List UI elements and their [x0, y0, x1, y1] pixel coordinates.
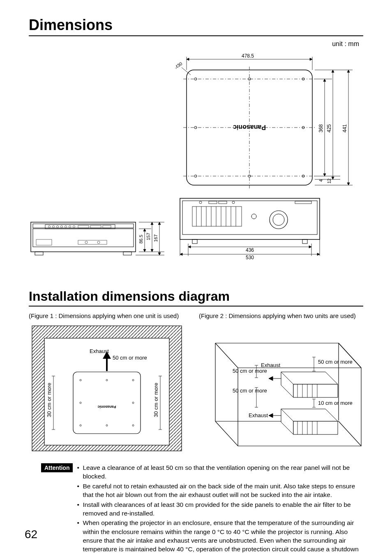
svg-rect-18	[35, 252, 43, 255]
dim-441: 441	[342, 124, 348, 132]
svg-marker-64	[347, 70, 350, 72]
svg-point-17	[97, 241, 100, 244]
attention-list: •Leave a clearance of at least 50 cm so …	[77, 463, 363, 555]
svg-point-85	[251, 214, 256, 219]
svg-point-10	[73, 226, 75, 228]
fig2-exh2: Exhaust	[249, 412, 268, 418]
svg-rect-86	[192, 239, 197, 244]
svg-rect-0	[31, 222, 136, 252]
svg-marker-59	[323, 174, 326, 176]
dim-4: 4	[318, 179, 323, 182]
attn-item: When operating the projector in an enclo…	[83, 518, 363, 555]
fig1-50cm: 50 cm or more	[113, 355, 147, 361]
svg-point-4	[48, 226, 51, 228]
svg-marker-28	[143, 249, 146, 252]
svg-marker-65	[347, 183, 350, 185]
svg-marker-32	[158, 253, 161, 255]
svg-rect-12	[90, 225, 101, 228]
svg-line-124	[339, 421, 361, 446]
fig1-caption: (Figure 1 : Dimensions applying when one…	[29, 312, 187, 319]
svg-marker-145	[269, 376, 273, 381]
svg-marker-138	[293, 421, 338, 434]
dim-425: 425	[326, 124, 332, 132]
svg-marker-91	[188, 246, 191, 248]
svg-point-16	[85, 241, 88, 244]
attn-item: Be careful not to retain exhausted air o…	[83, 482, 363, 499]
page-title: Dimensions	[29, 16, 363, 34]
svg-rect-14	[36, 239, 52, 245]
svg-marker-147	[269, 413, 273, 418]
dim-r30: R30	[176, 61, 183, 70]
svg-rect-2	[33, 229, 134, 247]
svg-rect-19	[123, 252, 131, 255]
section-title: Installation dimensions diagram	[29, 289, 363, 304]
fig1-30cm-r: 30 cm or more	[153, 383, 159, 417]
dim-86-5: 86.5	[138, 235, 143, 244]
svg-rect-82	[219, 201, 227, 204]
svg-marker-30	[151, 249, 153, 252]
svg-marker-97	[317, 253, 320, 255]
svg-marker-96	[180, 253, 182, 255]
svg-rect-70	[192, 207, 242, 226]
dim-157: 157	[146, 233, 151, 240]
fig1-30cm-l: 30 cm or more	[46, 383, 52, 417]
page-number: 62	[25, 528, 37, 541]
attn-item: Leave a clearance of at least 50 cm so t…	[83, 463, 363, 481]
dim-436: 436	[246, 247, 254, 253]
dim-12: 12	[327, 179, 332, 183]
svg-rect-67	[182, 201, 317, 235]
svg-line-39	[182, 67, 191, 75]
svg-rect-11	[78, 225, 89, 228]
attn-item: Install with clearances of at least 30 c…	[83, 500, 363, 518]
svg-marker-58	[323, 79, 326, 81]
rule	[29, 306, 363, 307]
svg-rect-66	[180, 198, 320, 239]
plan-front-drawing: 478.5 R30	[176, 50, 365, 268]
svg-point-6	[57, 226, 59, 228]
svg-marker-130	[293, 384, 338, 397]
side-view-drawing: 86.5 157 167	[29, 215, 168, 268]
svg-point-9	[69, 226, 71, 228]
dim-530: 530	[246, 255, 254, 260]
brand-mini: Panasonic	[97, 405, 116, 409]
svg-marker-62	[332, 177, 334, 179]
brand-logo: Panasonic	[233, 124, 266, 131]
fig2-caption: (Figure 2 : Dimensions applying when two…	[199, 312, 363, 319]
dim-368: 368	[318, 124, 324, 132]
dimensions-diagram: 86.5 157 167 478.5	[29, 50, 363, 268]
svg-rect-15	[78, 240, 107, 244]
svg-line-126	[215, 343, 238, 368]
attention-badge: Attention	[41, 463, 73, 472]
fig2-50a: 50 cm or more	[318, 359, 353, 365]
svg-rect-81	[209, 201, 217, 204]
svg-marker-36	[187, 58, 189, 60]
svg-marker-37	[310, 58, 312, 60]
dim-167: 167	[153, 235, 158, 242]
fig2-exh1: Exhaust	[261, 362, 280, 368]
svg-point-7	[61, 226, 63, 228]
unit-label: unit : mm	[29, 40, 363, 48]
svg-point-83	[232, 201, 235, 204]
svg-marker-29	[151, 222, 153, 225]
fig2-50c: 50 cm or more	[233, 388, 267, 394]
fig2-drawing: 50 cm or more 50 cm or more 50 cm or mor…	[199, 323, 363, 454]
svg-point-5	[53, 226, 55, 228]
svg-rect-13	[103, 225, 111, 228]
svg-rect-1	[33, 224, 134, 228]
fig1-exhaust: Exhaust	[90, 348, 109, 354]
fig2-10: 10 cm or more	[318, 400, 353, 406]
svg-point-68	[270, 211, 288, 229]
rule	[29, 35, 363, 36]
installation-figures: (Figure 1 : Dimensions applying when one…	[29, 312, 363, 454]
svg-point-8	[65, 226, 67, 228]
dim-478-5: 478.5	[242, 53, 254, 59]
fig1-drawing: Panasonic Exhaust 50 cm or more 30 cm or…	[29, 323, 185, 454]
svg-rect-84	[295, 201, 311, 204]
svg-marker-27	[143, 229, 146, 231]
svg-rect-87	[302, 239, 307, 244]
svg-marker-61	[332, 70, 334, 72]
svg-marker-31	[158, 222, 161, 225]
svg-point-80	[199, 201, 202, 204]
svg-point-69	[273, 214, 284, 225]
svg-marker-92	[309, 246, 311, 248]
